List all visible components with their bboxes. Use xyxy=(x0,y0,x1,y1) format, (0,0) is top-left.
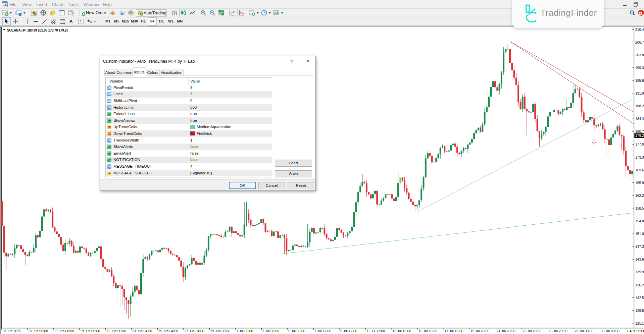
svg-text:SOLANA,H4 180.39 181.06 178.7: SOLANA,H4 180.39 181.06 178.70 179.27 xyxy=(7,29,68,32)
svg-text:154.8: 154.8 xyxy=(635,219,644,223)
svg-text:158.5: 158.5 xyxy=(635,207,644,210)
svg-text:11 Jul 12:00: 11 Jul 12:00 xyxy=(366,329,385,333)
svg-text:184.4: 184.4 xyxy=(635,117,644,121)
svg-text:19 Jul 20:00: 19 Jul 20:00 xyxy=(470,329,489,333)
svg-text:T: T xyxy=(80,19,82,23)
svg-text:25 Jul 20:00: 25 Jul 20:00 xyxy=(549,329,567,333)
svg-text:125.1: 125.1 xyxy=(635,322,644,325)
svg-text:30 Jul 00:00: 30 Jul 00:00 xyxy=(601,329,620,333)
svg-text:169.6: 169.6 xyxy=(635,168,644,172)
svg-text:206.7: 206.7 xyxy=(635,41,644,44)
svg-text:195.6: 195.6 xyxy=(635,79,644,82)
svg-text:165.9: 165.9 xyxy=(635,181,644,185)
svg-text:191.9: 191.9 xyxy=(635,92,644,95)
svg-text:1 Aug 00:00: 1 Aug 00:00 xyxy=(627,329,644,333)
svg-text:12 Jun 2025: 12 Jun 2025 xyxy=(2,329,21,333)
svg-text:21 Jul 20:00: 21 Jul 20:00 xyxy=(497,329,515,333)
svg-text:27 Jun 04:00: 27 Jun 04:00 xyxy=(184,329,204,333)
svg-text:7 Jul 12:00: 7 Jul 12:00 xyxy=(314,329,332,333)
svg-text:3 Jul 08:00: 3 Jul 08:00 xyxy=(262,329,280,333)
svg-text:179.2: 179.2 xyxy=(635,134,644,137)
svg-text:1 Jul 08:00: 1 Jul 08:00 xyxy=(236,329,253,333)
svg-text:143.6: 143.6 xyxy=(635,258,644,261)
svg-text:9 Jul 12:00: 9 Jul 12:00 xyxy=(340,329,357,333)
svg-text:25 Jun 04:00: 25 Jun 04:00 xyxy=(158,329,178,333)
svg-text:23 Jun 04:00: 23 Jun 04:00 xyxy=(132,329,152,333)
svg-text:128.8: 128.8 xyxy=(635,309,644,313)
svg-text:E: E xyxy=(54,22,56,24)
svg-text:17 Jun 00:00: 17 Jun 00:00 xyxy=(54,329,74,333)
svg-text:13 Jul 16:00: 13 Jul 16:00 xyxy=(392,329,411,333)
svg-text:199.3: 199.3 xyxy=(635,66,644,70)
svg-text:28 Jul 00:00: 28 Jul 00:00 xyxy=(575,329,593,333)
svg-text:19 Jun 00:00: 19 Jun 00:00 xyxy=(80,329,100,333)
svg-text:177.0: 177.0 xyxy=(635,143,644,146)
svg-text:F: F xyxy=(64,22,66,25)
svg-text:132.5: 132.5 xyxy=(635,296,644,300)
svg-text:29 Jun 08:00: 29 Jun 08:00 xyxy=(210,329,230,333)
svg-text:15 Jun 00:00: 15 Jun 00:00 xyxy=(28,329,48,333)
svg-text:17 Jul 16:00: 17 Jul 16:00 xyxy=(444,329,463,333)
svg-text:23 Jul 20:00: 23 Jul 20:00 xyxy=(523,329,541,333)
svg-text:21 Jun 00:00: 21 Jun 00:00 xyxy=(106,329,126,333)
svg-text:5 Jul 08:00: 5 Jul 08:00 xyxy=(288,329,305,333)
svg-text:173.3: 173.3 xyxy=(635,156,644,159)
svg-text:210.4: 210.4 xyxy=(635,28,644,32)
svg-text:147.3: 147.3 xyxy=(635,245,644,248)
svg-text:W: W xyxy=(5,4,7,7)
svg-text:151.0: 151.0 xyxy=(635,232,644,236)
svg-text:188.2: 188.2 xyxy=(635,104,644,108)
svg-text:136.2: 136.2 xyxy=(635,283,644,287)
svg-text:15 Jul 16:00: 15 Jul 16:00 xyxy=(418,329,437,333)
svg-text:162.2: 162.2 xyxy=(635,194,644,198)
svg-text:180.7: 180.7 xyxy=(635,130,644,133)
svg-text:203.0: 203.0 xyxy=(635,53,644,57)
svg-text:139.9: 139.9 xyxy=(635,270,644,274)
